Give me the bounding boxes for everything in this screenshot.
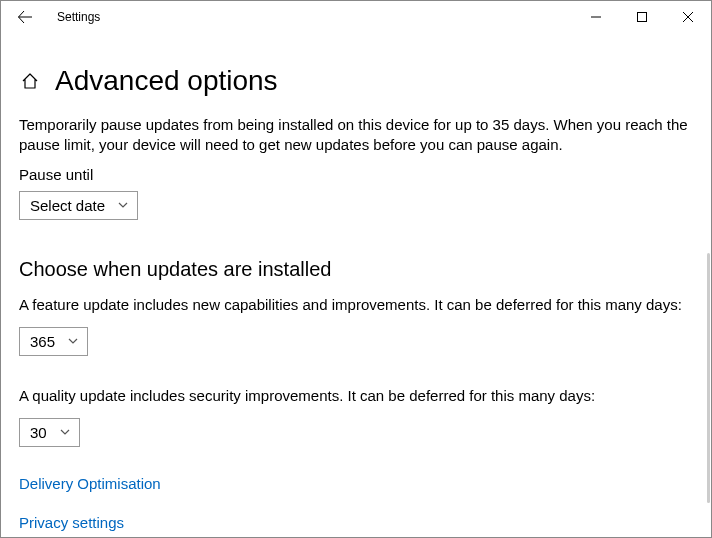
delivery-optimisation-link[interactable]: Delivery Optimisation <box>19 475 693 492</box>
quality-update-value: 30 <box>30 424 47 441</box>
chevron-down-icon <box>67 333 79 350</box>
titlebar: Settings <box>1 1 711 33</box>
scrollbar[interactable] <box>707 33 711 537</box>
quality-update-dropdown[interactable]: 30 <box>19 418 80 447</box>
feature-update-dropdown[interactable]: 365 <box>19 327 88 356</box>
maximize-button[interactable] <box>619 1 665 33</box>
pause-until-dropdown[interactable]: Select date <box>19 191 138 220</box>
choose-updates-heading: Choose when updates are installed <box>19 258 693 281</box>
maximize-icon <box>637 12 647 22</box>
pause-description: Temporarily pause updates from being ins… <box>19 115 693 156</box>
feature-update-text: A feature update includes new capabiliti… <box>19 295 693 315</box>
chevron-down-icon <box>117 197 129 214</box>
minimize-icon <box>591 12 601 22</box>
quality-update-text: A quality update includes security impro… <box>19 386 693 406</box>
svg-rect-0 <box>638 13 647 22</box>
page-title: Advanced options <box>55 65 278 97</box>
pause-until-value: Select date <box>30 197 105 214</box>
window-title: Settings <box>57 10 100 24</box>
close-icon <box>683 12 693 22</box>
content-area: Advanced options Temporarily pause updat… <box>1 33 711 531</box>
privacy-settings-link[interactable]: Privacy settings <box>19 514 693 531</box>
page-header: Advanced options <box>19 65 693 97</box>
scrollbar-thumb[interactable] <box>707 253 710 503</box>
pause-until-label: Pause until <box>19 166 693 183</box>
back-arrow-icon <box>17 9 33 25</box>
minimize-button[interactable] <box>573 1 619 33</box>
home-icon[interactable] <box>19 70 41 92</box>
back-button[interactable] <box>5 1 45 33</box>
window-controls <box>573 1 711 33</box>
chevron-down-icon <box>59 424 71 441</box>
feature-update-value: 365 <box>30 333 55 350</box>
close-button[interactable] <box>665 1 711 33</box>
